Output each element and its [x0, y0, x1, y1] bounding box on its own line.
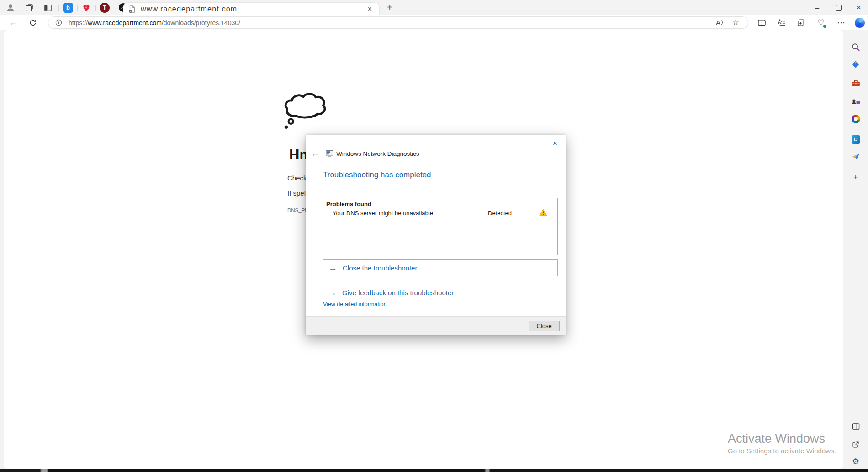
- profile-avatar[interactable]: [3, 0, 18, 15]
- problem-name: Your DNS server might be unavailable: [333, 210, 433, 217]
- edge-sidebar: O + ⚙: [843, 30, 868, 469]
- network-diagnostics-app-icon: [326, 150, 333, 157]
- divider: [77, 5, 78, 11]
- copilot-icon: [855, 18, 865, 28]
- sidebar-add-button[interactable]: +: [848, 170, 863, 184]
- workspaces-button[interactable]: [21, 0, 37, 15]
- sidebar-search-button[interactable]: [848, 40, 863, 54]
- close-button[interactable]: Close: [529, 321, 560, 331]
- settings-more-button[interactable]: ⋯: [833, 15, 849, 30]
- divider: [114, 5, 114, 11]
- url-path: /downloads/protyres.14030/: [162, 19, 240, 27]
- vertical-tabs-icon: [43, 3, 53, 12]
- bing-icon: b: [63, 3, 73, 13]
- search-icon: [851, 42, 860, 52]
- pinned-tab-heat[interactable]: [78, 0, 95, 15]
- page-error-favicon: [128, 5, 136, 13]
- url-host: www.racedepartment.com: [88, 19, 162, 27]
- arrow-right-icon: →: [328, 264, 337, 272]
- divider: [95, 5, 96, 11]
- dialog-footer: Close: [306, 316, 566, 335]
- dialog-heading: Troubleshooting has completed: [323, 170, 431, 180]
- new-tab-button[interactable]: +: [381, 0, 399, 15]
- give-feedback-action[interactable]: → Give feedback on this troubleshooter: [323, 286, 558, 299]
- t-badge-icon: T: [100, 3, 110, 13]
- window-maximize-button[interactable]: [828, 0, 849, 15]
- watermark-line-1: Activate Windows: [728, 431, 836, 446]
- essentials-status-dot: [823, 25, 826, 28]
- close-troubleshooter-label: Close the troubleshooter: [343, 264, 417, 272]
- refresh-button[interactable]: [25, 15, 41, 30]
- flame-heart-icon: [82, 3, 91, 12]
- sidebar-drop-button[interactable]: [848, 150, 863, 164]
- active-tab-title: www.racedepartment.com: [141, 5, 365, 13]
- shopping-tag-icon: [851, 60, 860, 69]
- info-icon: [55, 19, 63, 27]
- taskbar-sliver[interactable]: [0, 469, 868, 472]
- toolbox-icon: [851, 79, 861, 87]
- activate-windows-watermark: Activate Windows Go to Settings to activ…: [728, 431, 836, 456]
- sidebar-divider: [850, 414, 862, 414]
- dialog-header: ← Windows Network Diagnostics: [311, 149, 419, 158]
- window-close-button[interactable]: ×: [850, 0, 868, 15]
- sidebar-open-external-button[interactable]: [848, 438, 863, 451]
- read-aloud-wave-icon: [721, 20, 724, 26]
- pinned-tab-bing[interactable]: b: [60, 0, 76, 15]
- sidebar-toggle-button[interactable]: [848, 419, 863, 433]
- arrow-right-icon: →: [328, 288, 337, 297]
- sidebar-shopping-button[interactable]: [848, 58, 863, 71]
- problem-status: Detected: [488, 210, 512, 217]
- read-aloud-button[interactable]: A: [712, 17, 728, 29]
- give-feedback-label: Give feedback on this troubleshooter: [342, 289, 454, 297]
- problems-found-header: Problems found: [323, 198, 557, 208]
- browser-essentials-button[interactable]: ♡: [813, 15, 829, 30]
- split-screen-button[interactable]: [753, 15, 770, 30]
- close-troubleshooter-action[interactable]: → Close the troubleshooter: [323, 259, 558, 276]
- watermark-line-2: Go to Settings to activate Windows.: [728, 446, 836, 456]
- problems-found-panel: Problems found Your DNS server might be …: [323, 198, 558, 255]
- network-diagnostics-dialog: × ← Windows Network Diagnostics Troubles…: [306, 135, 566, 335]
- dialog-title: Windows Network Diagnostics: [336, 150, 419, 157]
- navigation-toolbar: ← https://www.racedepartment.com/downloa…: [0, 15, 868, 30]
- workspaces-icon: [25, 3, 34, 12]
- games-chess-icon: [851, 96, 860, 105]
- microsoft-365-icon: [852, 115, 860, 123]
- view-detailed-information-link[interactable]: View detailed information: [323, 301, 386, 308]
- vertical-tabs-button[interactable]: [40, 0, 56, 15]
- sidebar-panel-icon: [852, 422, 860, 430]
- dialog-close-icon[interactable]: ×: [551, 138, 559, 148]
- back-button[interactable]: ←: [5, 15, 21, 30]
- url-text: https://www.racedepartment.com/downloads…: [69, 19, 240, 27]
- maximize-icon: [836, 5, 842, 11]
- url-scheme: https://: [69, 19, 88, 27]
- active-tab[interactable]: www.racedepartment.com ×: [123, 3, 379, 15]
- tab-strip: b T www.racedepartment.com × + – ×: [0, 0, 868, 15]
- refresh-icon: [29, 19, 37, 27]
- error-page-line-1: Check: [287, 174, 307, 182]
- window-minimize-button[interactable]: –: [807, 0, 828, 15]
- outlook-icon: O: [852, 135, 860, 144]
- sidebar-settings-button[interactable]: ⚙: [848, 455, 863, 468]
- favorites-button[interactable]: [773, 15, 789, 30]
- collections-button[interactable]: [793, 15, 809, 30]
- split-screen-icon: [757, 19, 766, 27]
- sidebar-outlook-button[interactable]: O: [848, 133, 863, 146]
- address-bar[interactable]: https://www.racedepartment.com/downloads…: [48, 16, 748, 29]
- sidebar-m365-button[interactable]: [848, 112, 863, 126]
- copilot-button[interactable]: [852, 15, 868, 30]
- sidebar-tools-button[interactable]: [848, 76, 863, 90]
- dialog-back-button[interactable]: ←: [311, 149, 322, 158]
- thought-bubble-illustration: [281, 92, 329, 131]
- sidebar-games-button[interactable]: [848, 93, 863, 107]
- pinned-tab-t-site[interactable]: T: [96, 0, 113, 15]
- profile-icon: [5, 2, 16, 13]
- external-link-icon: [852, 440, 860, 449]
- divider: [58, 5, 59, 11]
- problem-row: Your DNS server might be unavailable Det…: [323, 208, 557, 217]
- tab-close-button[interactable]: ×: [365, 5, 375, 13]
- collections-icon: [797, 18, 805, 27]
- favorites-list-icon: [777, 19, 786, 27]
- warning-icon: [539, 209, 547, 216]
- site-info-button[interactable]: [53, 17, 64, 29]
- favorite-star-button[interactable]: ☆: [728, 17, 743, 29]
